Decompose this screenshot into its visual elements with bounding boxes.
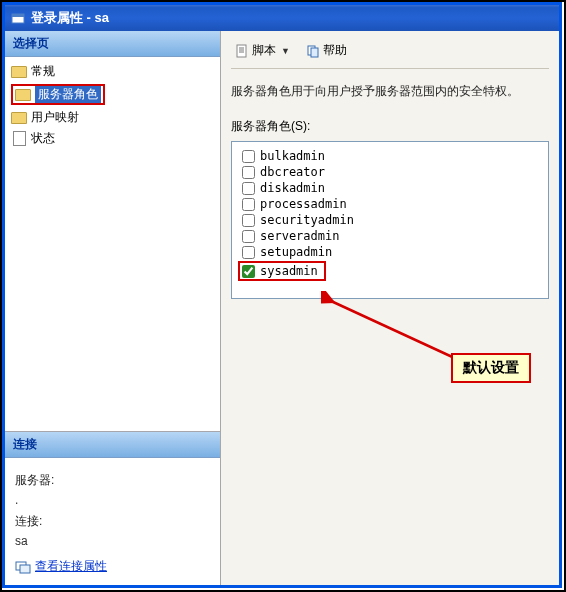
title-bar[interactable]: 登录属性 - sa xyxy=(5,5,559,31)
role-name: securityadmin xyxy=(260,213,354,227)
role-checkbox[interactable] xyxy=(242,265,255,278)
role-item-diskadmin[interactable]: diskadmin xyxy=(240,180,540,196)
connection-value: sa xyxy=(15,534,210,548)
annotation-callout: 默认设置 xyxy=(451,353,531,383)
annotation-overlay: 默认设置 xyxy=(321,291,531,381)
role-name: setupadmin xyxy=(260,245,332,259)
nav-label: 服务器角色 xyxy=(35,86,101,103)
chevron-down-icon: ▼ xyxy=(281,46,290,56)
role-name: bulkadmin xyxy=(260,149,325,163)
role-checkbox[interactable] xyxy=(242,230,255,243)
roles-label: 服务器角色(S): xyxy=(231,118,549,135)
toolbar: 脚本 ▼ 帮助 xyxy=(231,39,549,69)
sidebar: 选择页 常规 服务器角色 用户映射 xyxy=(5,31,221,585)
role-checkbox[interactable] xyxy=(242,182,255,195)
connection-icon xyxy=(15,560,31,574)
role-name: diskadmin xyxy=(260,181,325,195)
select-page-header: 选择页 xyxy=(5,31,220,57)
role-checkbox[interactable] xyxy=(242,166,255,179)
server-roles-listbox[interactable]: bulkadmin dbcreator diskadmin processadm… xyxy=(231,141,549,299)
nav-item-general[interactable]: 常规 xyxy=(5,61,220,82)
role-checkbox[interactable] xyxy=(242,214,255,227)
svg-rect-6 xyxy=(311,48,318,57)
svg-rect-4 xyxy=(237,45,246,57)
connection-section: 连接 服务器: . 连接: sa 查看连接属性 xyxy=(5,431,220,585)
role-checkbox[interactable] xyxy=(242,150,255,163)
view-connection-text: 查看连接属性 xyxy=(35,558,107,575)
role-item-setupadmin[interactable]: setupadmin xyxy=(240,244,540,260)
nav-label: 状态 xyxy=(31,130,55,147)
role-item-bulkadmin[interactable]: bulkadmin xyxy=(240,148,540,164)
page-icon xyxy=(11,111,27,125)
role-item-processadmin[interactable]: processadmin xyxy=(240,196,540,212)
role-item-sysadmin[interactable]: sysadmin xyxy=(238,261,326,281)
role-checkbox[interactable] xyxy=(242,198,255,211)
window-icon xyxy=(11,11,25,25)
help-icon xyxy=(306,44,320,58)
view-connection-link[interactable]: 查看连接属性 xyxy=(15,558,210,575)
help-label: 帮助 xyxy=(323,42,347,59)
main-panel: 脚本 ▼ 帮助 服务器角色用于向用户授予服务器范围内的安全特权。 服务器角色(S… xyxy=(221,31,559,585)
role-name: sysadmin xyxy=(260,264,318,278)
arrow-icon xyxy=(321,291,531,381)
role-name: dbcreator xyxy=(260,165,325,179)
svg-line-7 xyxy=(331,301,461,361)
description-text: 服务器角色用于向用户授予服务器范围内的安全特权。 xyxy=(231,83,549,100)
connection-label: 连接: xyxy=(15,513,210,530)
script-icon xyxy=(235,44,249,58)
help-button[interactable]: 帮助 xyxy=(302,41,351,60)
nav-item-user-mapping[interactable]: 用户映射 xyxy=(5,107,220,128)
nav-item-status[interactable]: 状态 xyxy=(5,128,220,149)
script-label: 脚本 xyxy=(252,42,276,59)
server-value: . xyxy=(15,493,210,507)
connection-header: 连接 xyxy=(5,432,220,458)
nav-list: 常规 服务器角色 用户映射 xyxy=(5,57,220,153)
role-item-dbcreator[interactable]: dbcreator xyxy=(240,164,540,180)
svg-rect-1 xyxy=(12,14,24,17)
page-icon xyxy=(11,65,27,79)
role-item-securityadmin[interactable]: securityadmin xyxy=(240,212,540,228)
nav-item-server-roles[interactable]: 服务器角色 xyxy=(5,82,220,107)
window-title: 登录属性 - sa xyxy=(31,9,109,27)
role-checkbox[interactable] xyxy=(242,246,255,259)
role-name: serveradmin xyxy=(260,229,339,243)
script-button[interactable]: 脚本 ▼ xyxy=(231,41,294,60)
page-icon xyxy=(15,88,31,102)
dialog-window: 登录属性 - sa 选择页 常规 服务器角色 xyxy=(2,2,562,588)
role-item-serveradmin[interactable]: serveradmin xyxy=(240,228,540,244)
page-icon xyxy=(11,132,27,146)
nav-label: 用户映射 xyxy=(31,109,79,126)
svg-rect-3 xyxy=(20,565,30,573)
role-name: processadmin xyxy=(260,197,347,211)
nav-label: 常规 xyxy=(31,63,55,80)
server-label: 服务器: xyxy=(15,472,210,489)
